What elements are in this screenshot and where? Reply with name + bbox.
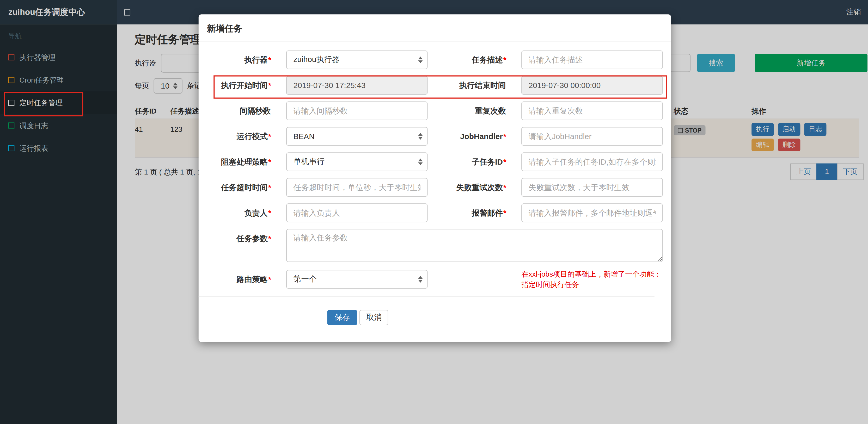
executor-label: 执行器*	[198, 51, 271, 69]
form-row-author: 负责人* 报警邮件*	[198, 203, 663, 222]
form-row-glue: 运行模式* BEAN JobHandler*	[198, 127, 663, 145]
repeat-count-input[interactable]	[521, 101, 663, 120]
form-row-time: 执行开始时间* 执行结束时间	[198, 76, 663, 95]
modal-body: 执行器* zuihou执行器 任务描述* 执行开始时间* 执行结束时间 间隔秒数	[198, 42, 671, 297]
alarm-email-input[interactable]	[521, 203, 663, 222]
job-param-label: 任务参数*	[198, 229, 271, 248]
interval-input[interactable]	[286, 101, 428, 120]
select-arrows-icon	[418, 159, 423, 165]
screen: zuihou任务调度中心 注销 导航 执行器管理 Cron任务管理 定时任务管理…	[0, 0, 868, 424]
feature-note: 在xxl-jobs项目的基础上，新增了一个功能： 指定时间执行任务	[521, 269, 661, 290]
fail-retry-label: 失败重试次数*	[428, 178, 506, 197]
route-strategy-select[interactable]: 第一个	[286, 270, 428, 289]
form-row-executor: 执行器* zuihou执行器 任务描述*	[198, 51, 663, 69]
route-strategy-label: 路由策略*	[198, 270, 271, 289]
job-handler-input[interactable]	[521, 127, 663, 145]
start-time-input[interactable]	[286, 76, 428, 95]
select-arrows-icon	[418, 133, 423, 140]
select-arrows-icon	[418, 276, 423, 283]
form-row-route: 路由策略* 第一个 在xxl-jobs项目的基础上，新增了一个功能： 指定时间执…	[198, 269, 663, 290]
fail-retry-input[interactable]	[521, 178, 663, 197]
feature-note-line2: 指定时间执行任务	[521, 279, 661, 290]
timeout-input[interactable]	[286, 178, 428, 197]
job-handler-label: JobHandler*	[428, 127, 506, 145]
modal-title: 新增任务	[207, 24, 242, 33]
form-row-timeout: 任务超时时间* 失败重试次数*	[198, 178, 663, 197]
timeout-label: 任务超时时间*	[198, 178, 271, 197]
job-param-textarea[interactable]	[286, 229, 663, 262]
form-row-block: 阻塞处理策略* 单机串行 子任务ID*	[198, 152, 663, 171]
cancel-button[interactable]: 取消	[360, 310, 389, 325]
child-jobid-input[interactable]	[521, 152, 663, 171]
end-time-label: 执行结束时间	[428, 76, 506, 95]
block-strategy-label: 阻塞处理策略*	[198, 152, 271, 171]
form-row-job-param: 任务参数*	[198, 229, 663, 262]
child-jobid-label: 子任务ID*	[428, 152, 506, 171]
add-task-modal: 新增任务 执行器* zuihou执行器 任务描述* 执行开始时间* 执行结束时间	[198, 14, 671, 342]
interval-label: 间隔秒数	[198, 101, 271, 120]
modal-footer: 保存 取消	[198, 297, 671, 342]
alarm-email-label: 报警邮件*	[428, 203, 506, 222]
author-label: 负责人*	[198, 203, 271, 222]
end-time-input[interactable]	[521, 76, 663, 95]
executor-select[interactable]: zuihou执行器	[286, 51, 428, 69]
job-desc-label: 任务描述*	[428, 51, 506, 69]
glue-type-select[interactable]: BEAN	[286, 127, 428, 145]
block-strategy-select[interactable]: 单机串行	[286, 152, 428, 171]
start-time-label: 执行开始时间*	[198, 76, 271, 95]
repeat-count-label: 重复次数	[428, 101, 506, 120]
modal-header: 新增任务	[198, 14, 671, 42]
form-row-interval: 间隔秒数 重复次数	[198, 101, 663, 120]
save-button[interactable]: 保存	[327, 310, 357, 325]
feature-note-line1: 在xxl-jobs项目的基础上，新增了一个功能：	[521, 269, 661, 279]
select-arrows-icon	[418, 57, 423, 63]
job-desc-input[interactable]	[521, 51, 663, 69]
glue-type-label: 运行模式*	[198, 127, 271, 145]
author-input[interactable]	[286, 203, 428, 222]
